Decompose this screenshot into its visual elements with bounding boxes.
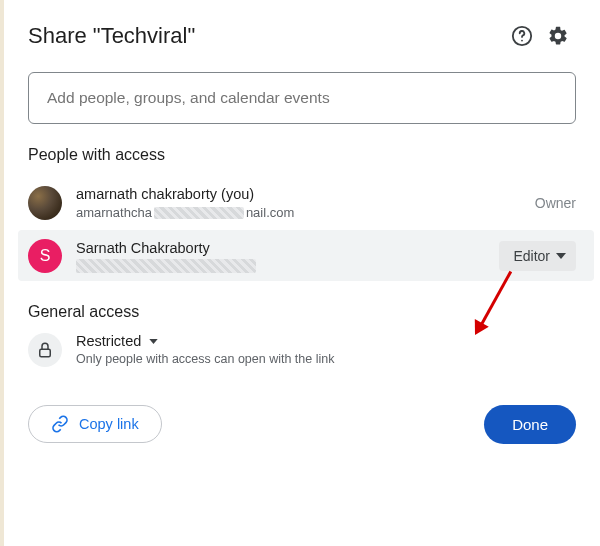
svg-rect-2 (40, 349, 51, 357)
copy-link-button[interactable]: Copy link (28, 405, 162, 443)
svg-point-1 (521, 40, 523, 42)
person-name: Sarnath Chakraborty (76, 238, 499, 258)
person-email (76, 259, 499, 273)
people-section-title: People with access (28, 146, 576, 164)
role-dropdown[interactable]: Editor (499, 241, 576, 271)
settings-button[interactable] (540, 18, 576, 54)
restricted-icon-container (28, 333, 62, 367)
general-access-desc: Only people with access can open with th… (76, 352, 334, 366)
redacted (154, 207, 244, 219)
general-access-row: Restricted Only people with access can o… (28, 333, 576, 367)
share-dialog: Share "Techviral" People with access ama… (0, 0, 600, 546)
general-access-section: General access Restricted Only people wi… (28, 303, 576, 367)
person-email: amarnathchanail.com (76, 204, 535, 222)
general-section-title: General access (28, 303, 576, 321)
add-people-input[interactable] (28, 72, 576, 124)
done-label: Done (512, 416, 548, 433)
person-name: amarnath chakraborty (you) (76, 184, 535, 204)
general-access-mode: Restricted (76, 333, 141, 349)
dialog-header: Share "Techviral" (28, 18, 576, 54)
avatar (28, 186, 62, 220)
caret-down-icon (556, 253, 566, 259)
help-button[interactable] (504, 18, 540, 54)
dialog-title: Share "Techviral" (28, 23, 504, 49)
caret-down-icon (149, 339, 158, 344)
link-icon (51, 415, 69, 433)
redacted (76, 259, 256, 273)
dialog-footer: Copy link Done (28, 405, 576, 444)
role-label: Editor (513, 248, 550, 264)
done-button[interactable]: Done (484, 405, 576, 444)
person-info: amarnath chakraborty (you) amarnathchana… (76, 184, 535, 222)
person-row-owner: amarnath chakraborty (you) amarnathchana… (18, 176, 594, 230)
general-access-dropdown[interactable]: Restricted (76, 333, 334, 349)
person-row-editor[interactable]: S Sarnath Chakraborty Editor (18, 230, 594, 280)
avatar: S (28, 239, 62, 273)
help-icon (511, 25, 533, 47)
gear-icon (547, 25, 569, 47)
lock-icon (36, 341, 54, 359)
general-access-info: Restricted Only people with access can o… (76, 333, 334, 366)
role-label-owner: Owner (535, 195, 576, 211)
copy-link-label: Copy link (79, 416, 139, 432)
person-info: Sarnath Chakraborty (76, 238, 499, 272)
